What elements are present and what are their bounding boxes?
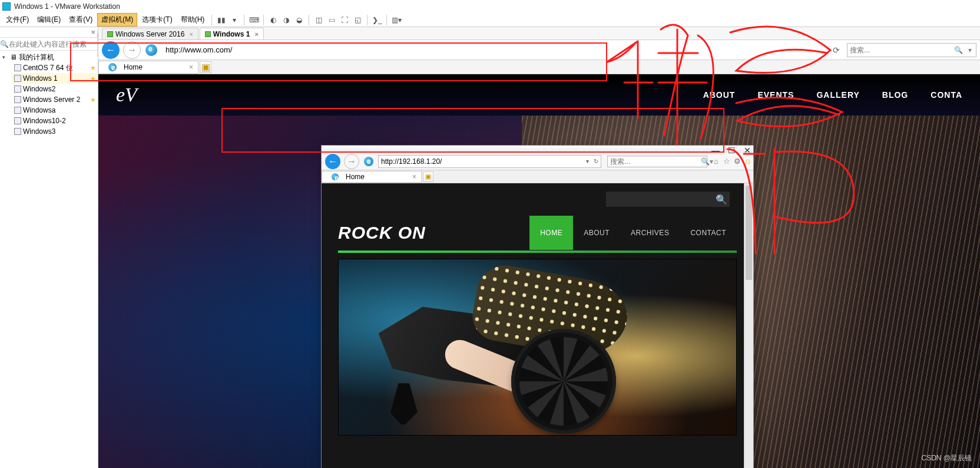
rock-header: ROCK ON HOME ABOUT ARCHIVES CONTACT [322, 215, 753, 251]
ie-logo-icon [145, 44, 157, 56]
scrollbar[interactable] [744, 183, 753, 468]
ie-favicon-icon [332, 173, 339, 180]
ie2-tab-title: Home [346, 173, 365, 181]
nav-contact[interactable]: CONTA [931, 90, 962, 100]
console-icon[interactable]: ❯_ [371, 15, 383, 25]
menu-tabs[interactable]: 选项卡(T) [138, 14, 176, 26]
menu-view[interactable]: 查看(V) [65, 14, 96, 26]
rock-nav-contact[interactable]: CONTACT [680, 216, 737, 250]
tree-item-selected[interactable]: Windows 1★ [12, 73, 98, 84]
twisty-icon[interactable]: ▾ [2, 54, 8, 60]
tree-root-label: 我的计算机 [19, 52, 54, 62]
menu-edit[interactable]: 编辑(E) [34, 14, 64, 26]
close-icon[interactable]: × [412, 173, 416, 181]
search-icon[interactable]: 🔍 [713, 194, 730, 205]
rock-search: 🔍 [606, 192, 730, 207]
library-search: 🔍 搜索 ▾ [0, 38, 98, 51]
minimize-icon[interactable]: — [711, 146, 720, 155]
tree-item[interactable]: Windows2 [12, 84, 98, 94]
library-close-row: × [0, 27, 98, 38]
nav-gallery[interactable]: GALLERY [816, 90, 859, 100]
tree-item-label: Windowsa [23, 106, 55, 114]
close-icon[interactable]: × [189, 63, 193, 71]
tree-item[interactable]: Windows10-2 [12, 116, 98, 126]
ie2-page: 🔍 ROCK ON HOME ABOUT ARCHIVES CONTACT [322, 183, 753, 468]
forward-button[interactable]: → [123, 41, 141, 59]
vm-icon [14, 75, 21, 82]
rock-nav-home[interactable]: HOME [529, 216, 573, 250]
tree-root[interactable]: ▾ 🖥 我的计算机 [0, 52, 98, 62]
feedback-smile-icon[interactable]: ☺ [743, 157, 753, 166]
forward-button[interactable]: → [344, 154, 359, 169]
home-icon[interactable]: ⌂ [711, 157, 721, 166]
view-single-icon[interactable]: ◫ [313, 15, 325, 25]
close-icon[interactable]: × [88, 28, 98, 37]
tools-gear-icon[interactable]: ⚙ [732, 157, 743, 166]
dropdown-icon[interactable]: ▾ [229, 15, 240, 25]
vm-tab-label: Windows Server 2016 [115, 30, 184, 38]
menu-file[interactable]: 文件(F) [2, 14, 32, 26]
tree-item[interactable]: Windows3 [12, 126, 98, 137]
search-dropdown-icon[interactable]: ▾ [964, 46, 976, 54]
scrollbar-thumb[interactable] [746, 186, 752, 280]
snapshot-take-icon[interactable]: ◐ [267, 15, 279, 25]
address-dropdown-icon[interactable]: ▾ [584, 158, 591, 164]
tree-item[interactable]: Windows Server 2★ [12, 94, 98, 105]
window-chrome[interactable] [322, 146, 753, 153]
tree-item[interactable]: CentOS 7 64 位★ [12, 62, 98, 73]
ie2-search-input[interactable] [608, 157, 701, 166]
ie2-navbar: ← → ▾ ↻ 🔍 ▾ ⌂ ☆ ⚙ ☺ [322, 153, 753, 170]
close-icon[interactable]: × [189, 31, 193, 38]
nav-blog[interactable]: BLOG [882, 90, 908, 100]
snapshot-revert-icon[interactable]: ◑ [280, 15, 292, 25]
back-button[interactable]: ← [325, 154, 340, 169]
favorites-icon[interactable]: ☆ [721, 157, 732, 166]
ie-search-box: 🔍 ▾ [847, 43, 976, 57]
tree-item-label: CentOS 7 64 位 [23, 63, 73, 73]
back-button[interactable]: ← [102, 41, 120, 59]
maximize-icon[interactable]: ☐ [728, 146, 736, 155]
view-fullscreen-icon[interactable]: ⛶ [339, 15, 350, 25]
ie2-search-box: 🔍 ▾ [607, 156, 707, 167]
ie2-address-wrap: ▾ ↻ [378, 155, 601, 168]
new-tab-button[interactable]: ▣ [200, 61, 211, 73]
computer-icon: 🖥 [10, 53, 17, 61]
ie2-address-bar[interactable] [379, 157, 584, 166]
tree-item-label: Windows10-2 [23, 117, 66, 125]
search-icon[interactable]: 🔍 [952, 46, 964, 54]
refresh-icon[interactable]: ⟳ [829, 45, 843, 55]
star-icon: ★ [90, 75, 98, 83]
pause-icon[interactable]: ▮▮ [216, 15, 227, 25]
ie-tab-title: Home [124, 63, 143, 71]
vm-tab[interactable]: Windows Server 2016× [102, 28, 198, 39]
app-titlebar: Windows 1 - VMware Workstation [0, 0, 980, 13]
rock-nav-about[interactable]: ABOUT [573, 216, 620, 250]
rock-nav-archives[interactable]: ARCHIVES [620, 216, 680, 250]
snapshot-manage-icon[interactable]: ◒ [293, 15, 305, 25]
close-icon[interactable]: ✕ [744, 146, 751, 155]
vm-icon [14, 117, 21, 124]
address-bar[interactable] [162, 43, 829, 57]
view-unity-icon[interactable]: ◱ [352, 15, 363, 25]
tree-item[interactable]: Windowsa [12, 105, 98, 116]
settings-dropdown-icon[interactable]: ▥▾ [390, 15, 402, 25]
new-tab-button[interactable]: ▣ [423, 172, 433, 182]
menu-vm[interactable]: 虚拟机(M) [97, 13, 137, 27]
rock-hero-image [338, 259, 737, 436]
refresh-icon[interactable]: ↻ [591, 158, 601, 164]
inner-ie-window[interactable]: — ☐ ✕ ← → ▾ ↻ 🔍 ▾ [321, 145, 754, 468]
ie2-tabrow: Home × ▣ [322, 170, 753, 183]
library-search-input[interactable] [9, 40, 97, 48]
ie-search-input[interactable] [847, 46, 952, 54]
view-multi-icon[interactable]: ▭ [326, 15, 337, 25]
nav-events[interactable]: EVENTS [757, 90, 794, 100]
app-title: Windows 1 - VMware Workstation [14, 2, 120, 11]
menu-help[interactable]: 帮助(H) [177, 14, 208, 26]
nav-about[interactable]: ABOUT [703, 90, 736, 100]
ie-page-tab[interactable]: Home × [98, 61, 198, 74]
search-icon[interactable]: 🔍 [701, 157, 710, 166]
vm-tab-active[interactable]: Windows 1× [200, 28, 264, 39]
send-ctrlaltdel-icon[interactable]: ⌨ [248, 15, 260, 25]
close-icon[interactable]: × [254, 31, 258, 38]
ie2-page-tab[interactable]: Home × [322, 171, 422, 183]
